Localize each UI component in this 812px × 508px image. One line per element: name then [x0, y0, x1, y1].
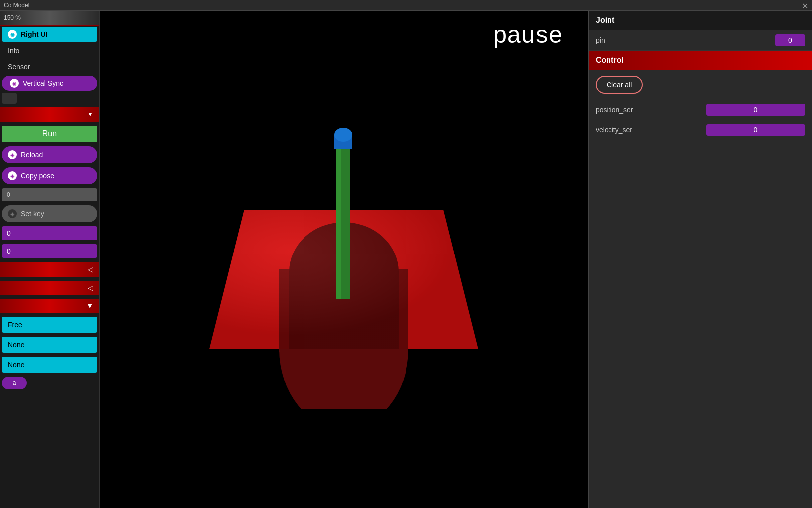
close-icon[interactable]: ✕: [802, 1, 808, 11]
a-label: a: [13, 380, 16, 386]
none-label-1: None: [8, 341, 24, 349]
sensor-label: Sensor: [8, 63, 30, 71]
position-ser-input[interactable]: [706, 104, 805, 116]
none-label-2: None: [8, 361, 24, 369]
none-button-2[interactable]: None: [2, 357, 97, 373]
set-key-label: Set key: [21, 210, 44, 218]
clear-all-button[interactable]: Clear all: [596, 76, 643, 94]
free-button[interactable]: Free: [2, 317, 97, 333]
right-ui-label: Right UI: [21, 30, 48, 38]
separator-3: ◁: [0, 281, 99, 295]
value-field-2: 0: [2, 244, 97, 258]
zoom-slider[interactable]: 150 %: [0, 11, 99, 26]
run-button[interactable]: Run: [2, 126, 97, 142]
pause-label: pause: [493, 21, 563, 48]
zoom-value: 150 %: [4, 14, 21, 21]
pin-label: pin: [596, 36, 775, 44]
run-label: Run: [42, 129, 57, 138]
separator-1: ▼: [0, 107, 99, 122]
a-button[interactable]: a: [2, 377, 27, 389]
small-dark-button[interactable]: [2, 93, 17, 104]
position-ser-label: position_ser: [596, 106, 706, 114]
blue-top-top: [334, 128, 352, 142]
pin-row: pin 0: [589, 30, 812, 51]
copy-pose-label: Copy pose: [21, 172, 54, 180]
set-key-button[interactable]: Set key: [2, 205, 97, 222]
green-pole-highlight: [336, 135, 341, 299]
arrow-down-icon-2: ▼: [86, 302, 93, 310]
none-button-1[interactable]: None: [2, 337, 97, 353]
copy-pose-button[interactable]: Copy pose: [2, 167, 97, 184]
vertical-sync-button[interactable]: Vertical Sync: [2, 76, 97, 91]
info-label: Info: [8, 47, 19, 55]
app-title: Co Model: [4, 2, 29, 9]
pin-value[interactable]: 0: [775, 34, 805, 46]
left-sidebar: 150 % Right UI Info Sensor Vertical Sync…: [0, 11, 100, 508]
velocity-ser-input[interactable]: [706, 124, 805, 136]
right-ui-button[interactable]: Right UI: [2, 27, 97, 42]
viewport[interactable]: pause: [100, 11, 588, 508]
small-btn-row: [2, 93, 97, 104]
keyframe-input[interactable]: [2, 188, 97, 201]
free-label: Free: [8, 321, 22, 329]
control-header: Control: [589, 51, 812, 70]
arrow-left-icon-1: ◁: [88, 265, 93, 273]
right-panel: Joint pin 0 Control Clear all position_s…: [588, 11, 812, 508]
sensor-button[interactable]: Sensor: [2, 60, 97, 74]
arrow-left-icon-2: ◁: [88, 284, 93, 292]
velocity-ser-row: velocity_ser: [589, 120, 812, 140]
separator-4: ▼: [0, 299, 99, 313]
position-ser-row: position_ser: [589, 100, 812, 120]
title-bar: Co Model ✕: [0, 0, 812, 11]
velocity-ser-label: velocity_ser: [596, 126, 706, 134]
clear-all-container: Clear all: [589, 70, 812, 100]
separator-2: ◁: [0, 262, 99, 277]
reload-label: Reload: [21, 151, 43, 159]
scene-svg: [170, 110, 518, 409]
vertical-sync-label: Vertical Sync: [23, 79, 63, 87]
info-button[interactable]: Info: [2, 44, 97, 58]
joint-header: Joint: [589, 11, 812, 30]
reload-button[interactable]: Reload: [2, 146, 97, 163]
arrow-down-icon: ▼: [87, 111, 93, 118]
value-field-1: 0: [2, 226, 97, 240]
